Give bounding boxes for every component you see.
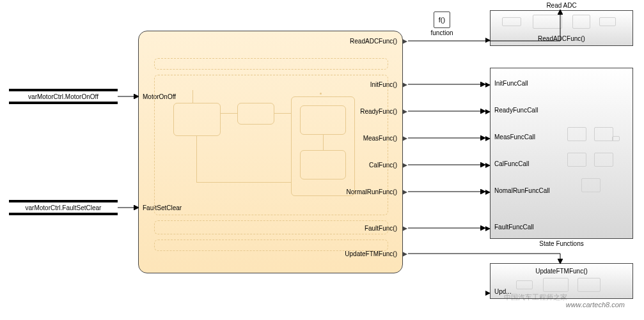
wires (0, 0, 644, 320)
watermark-cn: 中国汽车工程师之家 (504, 293, 567, 302)
watermark-site: www.cartech8.com (566, 301, 625, 309)
